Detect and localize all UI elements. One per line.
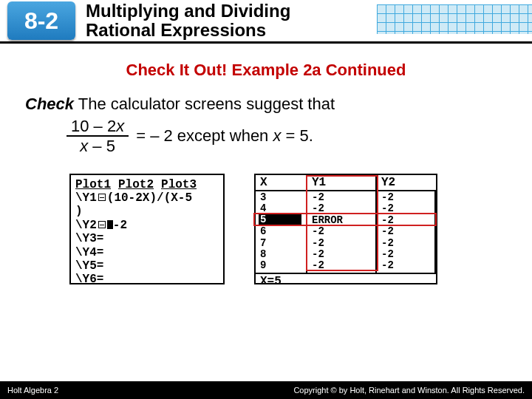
fraction: 10 – 2x x – 5 (66, 117, 129, 156)
example-subheading: Check It Out! Example 2a Continued (0, 61, 532, 80)
cursor-icon (107, 220, 113, 229)
lesson-number: 8-2 (24, 7, 58, 35)
calc-y2-line: \Y2-2 (75, 219, 219, 232)
calc-col-x: 3 4 5 6 7 8 9 5 (256, 191, 307, 273)
calc-highlight-x: 5 (259, 214, 301, 225)
calc-screen-table: X Y1 Y2 3 4 5 6 7 8 9 5 -2 -2 ERR (254, 174, 437, 284)
chapter-title: Multiplying and Dividing Rational Expres… (86, 1, 290, 41)
calc-col-y1: -2 -2 ERROR -2 -2 -2 -2 (307, 191, 377, 273)
slide-header: 8-2 Multiplying and Dividing Rational Ex… (0, 0, 532, 47)
equals-icon (98, 221, 106, 228)
equals-icon (98, 194, 106, 201)
calc-y1-line: \Y1(10-2X)/(X-5 (75, 191, 219, 205)
slide-footer: Holt Algebra 2 Copyright © by Holt, Rine… (0, 381, 532, 399)
footer-copyright: Copyright © by Holt, Rinehart and Winsto… (293, 386, 525, 395)
calc-table-body: 3 4 5 6 7 8 9 5 -2 -2 ERROR -2 -2 -2 -2 (256, 191, 436, 273)
calc-table-footer: X=5 (256, 273, 436, 289)
header-rule (0, 41, 532, 44)
calc-col-y2: -2 -2 -2 -2 -2 -2 -2 (377, 191, 436, 273)
equation-row: 10 – 2x x – 5 = – 2 except when x = 5. (66, 117, 507, 156)
check-label: Check (25, 95, 74, 113)
equation-rhs: = – 2 except when x = 5. (136, 126, 313, 146)
check-sentence: Check The calculator screens suggest tha… (25, 95, 507, 114)
fraction-denominator: x – 5 (75, 137, 120, 155)
calc-screen-yeditor: Plot1 Plot2 Plot3 \Y1(10-2X)/(X-5 ) \Y2-… (69, 174, 225, 284)
calc-plot-tabs: Plot1 Plot2 Plot3 (75, 178, 219, 191)
footer-course: Holt Algebra 2 (7, 386, 58, 395)
calc-table-header: X Y1 Y2 (256, 175, 436, 191)
fraction-numerator: 10 – 2x (66, 117, 129, 135)
body-content: Check The calculator screens suggest tha… (0, 80, 532, 284)
header-grid-decor (377, 4, 532, 34)
calculator-screens: Plot1 Plot2 Plot3 \Y1(10-2X)/(X-5 ) \Y2-… (69, 174, 507, 284)
lesson-badge: 8-2 (7, 1, 75, 40)
